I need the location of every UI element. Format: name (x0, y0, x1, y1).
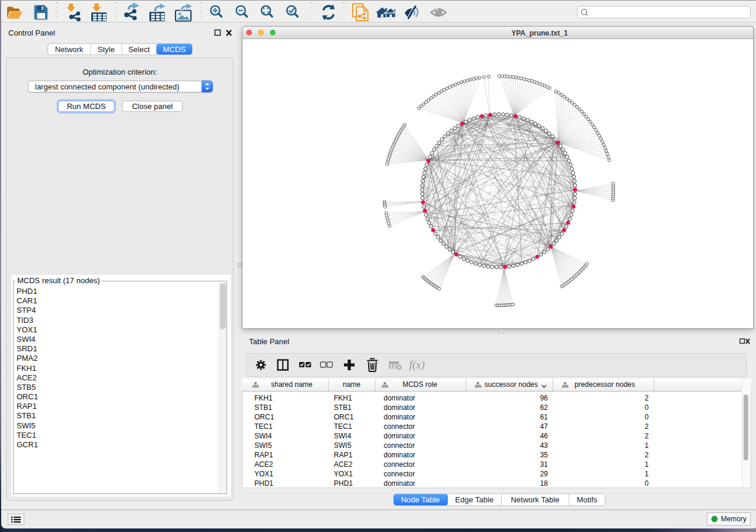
svg-text:f(x): f(x) (409, 358, 425, 371)
